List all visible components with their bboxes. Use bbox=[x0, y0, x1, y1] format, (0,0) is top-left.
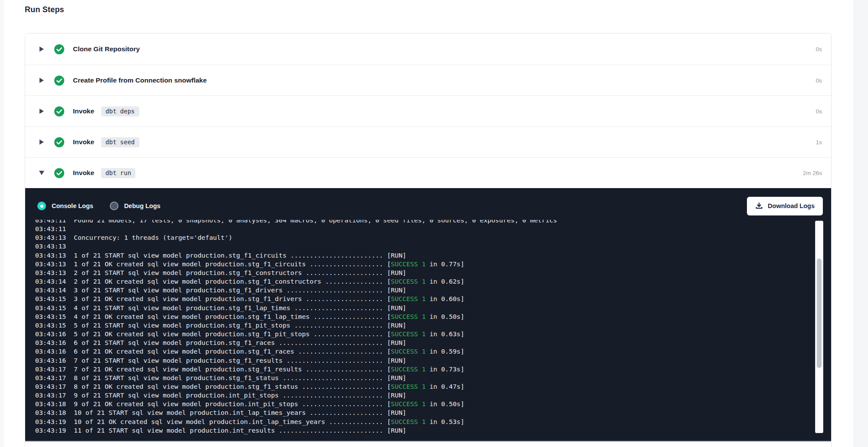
log-message: Concurrency: 1 threads (target='default'… bbox=[66, 234, 232, 241]
step-duration: 2m 26s bbox=[803, 170, 822, 176]
log-line: 03:43:14 2 of 21 OK created sql view mod… bbox=[35, 277, 814, 286]
chevron-right-icon[interactable] bbox=[39, 78, 45, 83]
log-line: 03:43:16 5 of 21 OK created sql view mod… bbox=[35, 330, 814, 338]
chevron-right-icon[interactable] bbox=[39, 46, 45, 52]
download-logs-button[interactable]: Download Logs bbox=[747, 197, 823, 215]
log-timestamp: 03:43:17 bbox=[35, 383, 66, 390]
log-line: 03:43:17 9 of 21 START sql view model pr… bbox=[35, 391, 814, 400]
log-line: 03:43:13 1 of 21 START sql view model pr… bbox=[35, 251, 814, 260]
log-timestamp: 03:43:14 bbox=[35, 278, 66, 285]
radio-label-debug-logs: Debug Logs bbox=[124, 202, 161, 209]
log-timestamp: 03:43:16 bbox=[35, 330, 66, 338]
step-row-invoke-dbt-deps[interactable]: Invokedbt deps0s bbox=[25, 96, 831, 126]
log-message: 3 of 21 OK created sql view model produc… bbox=[66, 295, 387, 302]
log-message bbox=[66, 225, 74, 232]
step-row-create-profile-from-connection-snowflake[interactable]: Create Profile from Connection snowflake… bbox=[25, 65, 831, 96]
log-timestamp: 03:43:13 bbox=[35, 234, 66, 241]
log-timestamp: 03:43:13 bbox=[35, 252, 66, 259]
log-message: 1 of 21 START sql view model production.… bbox=[66, 252, 387, 259]
log-line: 03:43:14 3 of 21 START sql view model pr… bbox=[35, 286, 814, 295]
success-check-icon bbox=[54, 76, 64, 86]
log-message: 9 of 21 START sql view model production.… bbox=[66, 391, 387, 399]
success-check-icon bbox=[54, 44, 64, 54]
success-check-icon bbox=[54, 106, 64, 116]
right-background-strip bbox=[854, 0, 868, 447]
chevron-right-icon[interactable] bbox=[39, 139, 45, 145]
step-row-clone-git-repository[interactable]: Clone Git Repository0s bbox=[25, 33, 831, 65]
log-line: 03:43:18 9 of 21 OK created sql view mod… bbox=[35, 400, 814, 408]
log-timestamp: 03:43:13 bbox=[35, 269, 66, 276]
radio-selected-icon[interactable] bbox=[37, 202, 46, 210]
log-timestamp: 03:43:17 bbox=[35, 374, 66, 381]
log-timestamp: 03:43:19 bbox=[35, 418, 66, 425]
chevron-down-icon[interactable] bbox=[39, 171, 45, 175]
step-row-invoke-dbt-seed[interactable]: Invokedbt seed1s bbox=[25, 126, 831, 157]
step-command-badge: dbt deps bbox=[101, 106, 139, 116]
log-message: 2 of 21 START sql view model production.… bbox=[66, 269, 387, 276]
log-message: 6 of 21 OK created sql view model produc… bbox=[66, 348, 387, 355]
log-line: 03:43:13 Concurrency: 1 threads (target=… bbox=[35, 233, 814, 242]
download-icon bbox=[755, 202, 763, 210]
log-timestamp: 03:43:17 bbox=[35, 391, 66, 399]
log-message: 1 of 21 OK created sql view model produc… bbox=[66, 260, 387, 268]
step-label: Clone Git Repository bbox=[73, 45, 140, 53]
log-timestamp: 03:43:13 bbox=[35, 242, 66, 250]
log-run-tag: [RUN] bbox=[387, 286, 407, 294]
step-duration: 0s bbox=[816, 46, 822, 53]
log-line: 03:43:11 Found 21 models, 17 tests, 0 sn… bbox=[35, 220, 814, 225]
log-run-tag: [RUN] bbox=[387, 321, 407, 329]
log-line: 03:43:16 6 of 21 OK created sql view mod… bbox=[35, 347, 814, 356]
radio-unselected-icon[interactable] bbox=[110, 202, 118, 210]
log-message: 4 of 21 START sql view model production.… bbox=[66, 304, 387, 311]
radio-console-logs[interactable]: Console Logs bbox=[37, 202, 93, 210]
log-success-tag: SUCCESS 1 bbox=[391, 400, 426, 407]
log-line: 03:43:19 10 of 21 OK created sql view mo… bbox=[35, 417, 814, 426]
radio-debug-logs[interactable]: Debug Logs bbox=[110, 202, 161, 210]
step-label: Invoke bbox=[73, 138, 94, 146]
step-command-badge: dbt run bbox=[101, 168, 135, 178]
step-row-invoke-dbt-run[interactable]: Invokedbt run2m 26s bbox=[25, 157, 831, 188]
page: Run Steps Clone Git Repository0sCreate P… bbox=[0, 0, 868, 447]
log-success-tag: SUCCESS 1 bbox=[391, 313, 426, 320]
log-timestamp: 03:43:17 bbox=[35, 365, 66, 373]
log-run-tag: [RUN] bbox=[387, 252, 407, 259]
log-run-tag: [RUN] bbox=[387, 427, 407, 434]
log-timestamp: 03:43:18 bbox=[35, 409, 66, 416]
page-title: Run Steps bbox=[25, 5, 64, 14]
log-scrollbar[interactable] bbox=[815, 221, 823, 433]
log-message: 8 of 21 START sql view model production.… bbox=[66, 374, 387, 381]
radio-label-console-logs: Console Logs bbox=[52, 202, 93, 209]
log-message: 7 of 21 START sql view model production.… bbox=[66, 357, 387, 364]
log-type-radio-group: Console LogsDebug Logs bbox=[37, 202, 177, 210]
log-message: 2 of 21 OK created sql view model produc… bbox=[66, 278, 387, 285]
log-panel-header: Console LogsDebug Logs Download Logs bbox=[25, 188, 831, 219]
success-check-icon bbox=[54, 137, 64, 147]
log-success-tag: SUCCESS 1 bbox=[391, 295, 426, 302]
log-success-tag: SUCCESS 1 bbox=[391, 330, 426, 338]
log-message: 10 of 21 OK created sql view model produ… bbox=[66, 418, 387, 425]
log-line: 03:43:17 8 of 21 START sql view model pr… bbox=[35, 374, 814, 382]
log-line: 03:43:15 4 of 21 START sql view model pr… bbox=[35, 304, 814, 312]
run-steps-list: Clone Git Repository0sCreate Profile fro… bbox=[25, 33, 831, 188]
log-run-tag: [RUN] bbox=[387, 357, 407, 364]
log-timestamp: 03:43:16 bbox=[35, 348, 66, 355]
log-message: 10 of 21 START sql view model production… bbox=[66, 409, 387, 416]
log-success-tag: SUCCESS 1 bbox=[391, 365, 426, 373]
log-timestamp: 03:43:15 bbox=[35, 304, 66, 311]
log-message: 6 of 21 START sql view model production.… bbox=[66, 339, 387, 346]
log-timestamp: 03:43:18 bbox=[35, 400, 66, 407]
chevron-right-icon[interactable] bbox=[39, 109, 45, 114]
log-scrollbar-thumb[interactable] bbox=[817, 258, 822, 368]
log-timestamp: 03:43:15 bbox=[35, 295, 66, 302]
log-timestamp: 03:43:14 bbox=[35, 286, 66, 294]
download-logs-label: Download Logs bbox=[768, 202, 815, 209]
log-message: Found 21 models, 17 tests, 0 snapshots, … bbox=[66, 220, 557, 224]
step-command-badge: dbt seed bbox=[101, 137, 139, 147]
log-run-tag: [RUN] bbox=[387, 409, 407, 416]
log-message: 7 of 21 OK created sql view model produc… bbox=[66, 365, 387, 373]
step-duration: 0s bbox=[816, 77, 822, 84]
log-timestamp: 03:43:11 bbox=[35, 225, 66, 232]
log-run-tag: [RUN] bbox=[387, 391, 407, 399]
step-label: Create Profile from Connection snowflake bbox=[73, 76, 207, 84]
console-log-output[interactable]: 03:43:11 Found 21 models, 17 tests, 0 sn… bbox=[35, 220, 814, 437]
